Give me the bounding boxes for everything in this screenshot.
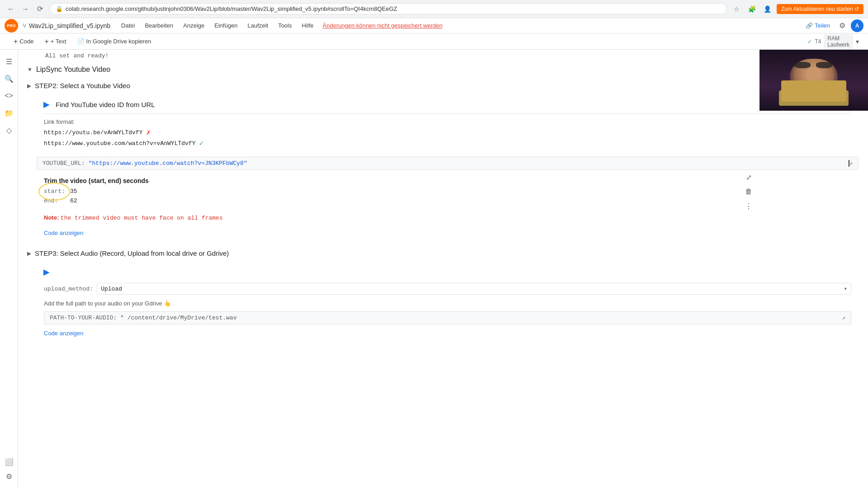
share-icon: 🔗 [806, 22, 813, 29]
cross-icon: ✗ [146, 128, 151, 137]
video-eye-left [794, 62, 811, 68]
step3-title: STEP3: Select Audio (Record, Upload from… [35, 249, 229, 257]
unsaved-notice[interactable]: Änderungen können nicht gespeichert werd… [323, 22, 443, 29]
upload-method-select[interactable]: Upload ▾ [97, 283, 851, 295]
cell-audio-select: ▶ upload_method: Upload ▾ Add the full p… [36, 263, 859, 343]
path-row[interactable]: PATH-TO-YOUR-AUDIO: " /content/drive/MyD… [44, 311, 851, 324]
main-layout: ☰ 🔍 <> 📁 ◇ ⬜ ⚙ ↑ ↓ 🔗 ⧉ ⤢ 🗑 [0, 50, 868, 488]
step2-header[interactable]: ▶ STEP2: Select a Youtube Video [18, 77, 868, 94]
cell1-divider [44, 113, 851, 114]
cell1-run-button[interactable]: ▶ [40, 98, 53, 111]
sidebar-icon-search[interactable]: 🔍 [2, 71, 16, 86]
check-icon: ✓ [199, 139, 203, 148]
cell-youtube-id: ▶ Find YouTube video ID from URL Link fo… [36, 96, 859, 243]
notebook-title-text: Wav2Lip_simplified_v5.ipynb [29, 22, 110, 29]
url-bad-text: https://youtu.be/vAnWYLTdvfY [44, 129, 142, 136]
add-code-button[interactable]: + Code [9, 36, 38, 47]
toolbar: + Code + + Text 📄 In Google Drive kopier… [0, 33, 868, 50]
trim-section: Trim the video (start, end) seconds star… [37, 174, 859, 210]
sidebar-icon-bottom2[interactable]: ⚙ [2, 469, 16, 483]
path-value: " /content/drive/MyDrive/test.wav [120, 314, 236, 321]
path-label: PATH-TO-YOUR-AUDIO: [50, 314, 117, 321]
back-button[interactable]: ← [5, 3, 17, 15]
cell2-header: ▶ [37, 264, 859, 280]
upload-method-label: upload_method: [44, 286, 93, 292]
path-expand-icon[interactable]: ↗ [842, 314, 845, 321]
menu-edit[interactable]: Bearbeiten [140, 20, 178, 31]
input-expand-icon[interactable]: ↗ [849, 160, 853, 167]
lock-icon: 🔒 [56, 5, 63, 12]
avatar[interactable]: A [851, 19, 863, 32]
start-label: start: [44, 188, 66, 195]
runtime-info: ✓ T4 RAM Laufwerk ▾ [807, 34, 859, 49]
forward-button[interactable]: → [19, 3, 32, 15]
note-row: Note: the trimmed video must have face o… [37, 212, 859, 223]
link-format-label: Link format: [44, 118, 851, 125]
cell2-code-toggle-area: Code anzeigen [37, 326, 859, 343]
browser-actions: ☆ 🧩 👤 Zum Aktualisieren neu starten ↺ [731, 3, 863, 15]
sidebar-icon-menu[interactable]: ☰ [2, 54, 16, 69]
share-button[interactable]: 🔗 Teilen [802, 20, 834, 31]
end-value: 62 [70, 197, 77, 204]
youtube-url-input-row[interactable]: YOUTUBE_URL: "https://www.youtube.com/wa… [37, 157, 859, 170]
cell1-code-toggle-link[interactable]: Code anzeigen [44, 230, 83, 236]
left-sidebar: ☰ 🔍 <> 📁 ◇ ⬜ ⚙ [0, 50, 18, 488]
reload-button[interactable]: ⟳ [33, 3, 46, 15]
logo-text: PRO [7, 23, 16, 28]
section-title: LipSync Youtube Video [36, 66, 110, 74]
lipsync-section-header[interactable]: ▼ LipSync Youtube Video [18, 62, 868, 77]
profile-icon[interactable]: 👤 [761, 3, 774, 15]
browser-chrome: ← → ⟳ 🔒 colab.research.google.com/github… [0, 0, 868, 18]
share-label: Teilen [815, 22, 830, 29]
sidebar-icon-files[interactable]: 📁 [2, 106, 16, 120]
notebook-area[interactable]: ↑ ↓ 🔗 ⧉ ⤢ 🗑 ⋮ All set and ready! ▼ LipSy… [18, 50, 868, 488]
menu-help[interactable]: Hilfe [297, 20, 318, 31]
start-value: 35 [70, 188, 77, 195]
upload-method-value: Upload [101, 286, 122, 292]
cell2-run-button[interactable]: ▶ [40, 266, 53, 278]
menu-view[interactable]: Anzeige [179, 20, 209, 31]
trim-title: Trim the video (start, end) seconds [44, 177, 851, 184]
add-code-label: Code [19, 38, 33, 45]
start-row: start: 35 [44, 188, 851, 195]
menu-runtime[interactable]: Laufzeit [243, 20, 273, 31]
video-eye-right [816, 62, 832, 68]
nav-buttons: ← → ⟳ [5, 3, 46, 15]
step2-title: STEP2: Select a Youtube Video [35, 82, 130, 89]
sidebar-icon-code[interactable]: <> [2, 89, 16, 103]
gdrive-icon: 📄 [77, 38, 85, 45]
address-bar[interactable]: 🔒 colab.research.google.com/github/justi… [50, 3, 727, 14]
menu-insert[interactable]: Einfügen [210, 20, 242, 31]
add-text-label: + Text [51, 38, 66, 45]
menu-file[interactable]: Datei [117, 20, 139, 31]
youtube-url-value[interactable]: "https://www.youtube.com/watch?v=JN3KPFb… [89, 160, 849, 167]
settings-button[interactable]: ⚙ [837, 19, 847, 32]
sidebar-icon-bottom1[interactable]: ⬜ [2, 455, 16, 469]
menu-right: 🔗 Teilen ⚙ A [802, 19, 863, 32]
ram-label: RAM [827, 35, 840, 42]
plus-icon: + [14, 38, 18, 46]
colab-logo: PRO [5, 19, 18, 33]
runtime-dropdown[interactable]: RAM Laufwerk [824, 34, 853, 49]
status-bar: All set and ready! [18, 50, 868, 62]
cell2-code-toggle-link[interactable]: Code anzeigen [44, 330, 83, 337]
video-shirt [779, 90, 849, 106]
video-face-thumbnail [760, 50, 868, 111]
update-button[interactable]: Zum Aktualisieren neu starten ↺ [777, 4, 863, 14]
runtime-expand-button[interactable]: ▾ [856, 38, 859, 45]
sidebar-icon-variables[interactable]: ◇ [2, 123, 16, 137]
gdrive-copy-button[interactable]: 📄 In Google Drive kopieren [73, 36, 156, 47]
menu-tools[interactable]: Tools [274, 20, 296, 31]
dropdown-arrow-icon: ▾ [844, 285, 847, 292]
gdrive-note-row: Add the full path to your audio on your … [37, 297, 859, 310]
extension-icon[interactable]: 🧩 [746, 3, 759, 15]
example-row-bad: https://youtu.be/vAnWYLTdvfY ✗ [44, 128, 851, 137]
gdrive-note-text: Add the full path to your audio on your … [44, 300, 171, 307]
step2-chevron: ▶ [27, 83, 31, 89]
note-label: Note: [44, 214, 59, 221]
bookmark-icon[interactable]: ☆ [731, 3, 743, 15]
add-text-button[interactable]: + + Text [40, 36, 71, 47]
step3-chevron: ▶ [27, 250, 31, 257]
gdrive-copy-label: In Google Drive kopieren [86, 38, 151, 45]
step3-header[interactable]: ▶ STEP3: Select Audio (Record, Upload fr… [18, 245, 868, 262]
